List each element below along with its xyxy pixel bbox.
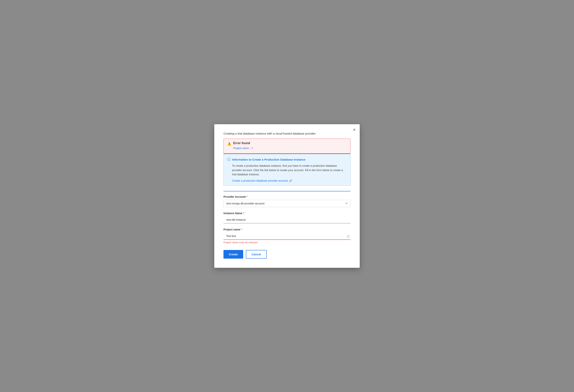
instance-name-wrapper <box>224 216 350 223</box>
project-name-wrapper: ⚠ <box>224 233 350 240</box>
project-name-section: Project name * ⚠ Project name must be se… <box>224 228 350 244</box>
instance-name-label: Instance Name * <box>224 212 350 215</box>
provider-account-select[interactable]: test-mongo-db-provider-account <box>224 200 350 207</box>
project-name-input[interactable] <box>224 233 350 240</box>
provider-account-section: Provider Account * test-mongo-db-provide… <box>224 195 350 207</box>
info-circle-icon: ⓘ <box>227 157 230 162</box>
info-body-text: To create a production database instance… <box>227 164 347 176</box>
required-indicator: * <box>241 228 242 231</box>
create-provider-account-link[interactable]: Create a production database provider ac… <box>227 179 292 182</box>
error-title: Error found <box>233 142 254 145</box>
input-error-icon: ⚠ <box>347 234 350 238</box>
project-name-error-message: Project name must be selected <box>224 241 350 244</box>
create-button[interactable]: Create <box>224 250 243 259</box>
info-title: Information to Create a Production Datab… <box>232 158 305 161</box>
modal-dialog: × Creating a trial database instance wit… <box>214 124 360 268</box>
modal-subtitle: Creating a trial database instance with … <box>224 132 350 135</box>
info-banner: ⓘ Information to Create a Production Dat… <box>224 154 350 186</box>
instance-name-section: Instance Name * <box>224 212 350 223</box>
external-link-icon: 🔗 <box>289 179 292 182</box>
section-divider <box>224 191 350 191</box>
cancel-button[interactable]: Cancel <box>246 250 267 259</box>
error-project-name-link[interactable]: Project name <box>233 147 249 150</box>
close-button[interactable]: × <box>353 128 355 132</box>
instance-name-input[interactable] <box>224 216 350 223</box>
required-indicator: * <box>246 195 247 198</box>
info-header: ⓘ Information to Create a Production Dat… <box>227 157 347 162</box>
error-circle-icon: ⚠️ <box>227 142 231 146</box>
required-indicator: * <box>243 212 244 215</box>
button-row: Create Cancel <box>224 250 350 259</box>
cursor-icon: ☞ <box>250 146 254 151</box>
modal-overlay: × Creating a trial database instance wit… <box>0 0 574 392</box>
provider-account-label: Provider Account * <box>224 195 350 198</box>
error-banner: ⚠️ Error found Project name ☞ <box>224 139 350 153</box>
project-name-label: Project name * <box>224 228 350 231</box>
